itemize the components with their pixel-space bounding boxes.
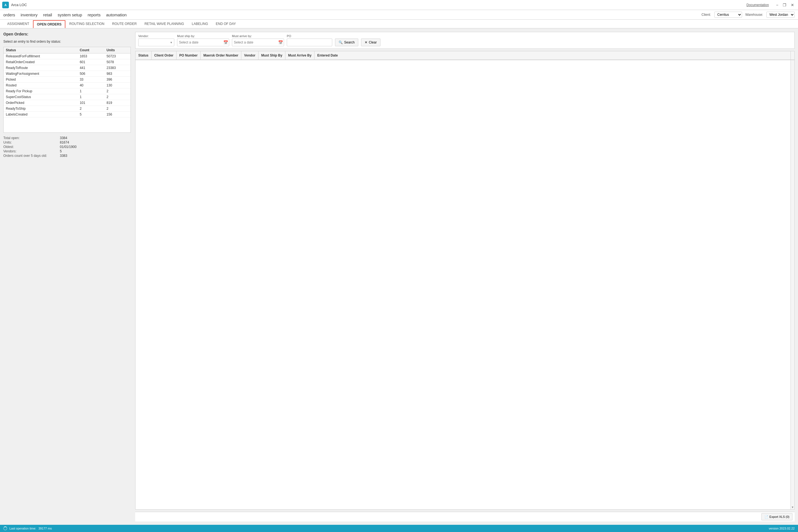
- results-th-po-number[interactable]: PO Number: [176, 51, 201, 60]
- must-arrive-by-filter-group: Must arrive by: 📅: [232, 34, 284, 46]
- client-select[interactable]: Cerritus: [714, 12, 742, 18]
- must-arrive-by-label: Must arrive by:: [232, 34, 284, 38]
- operation-value: 39177 ms: [39, 527, 52, 530]
- results-body[interactable]: [135, 60, 791, 509]
- units-label: Units:: [3, 140, 59, 144]
- results-table-header-row: Status Client Order PO Number Maersk Ord…: [135, 51, 794, 60]
- operation-label: Last operation time:: [10, 527, 36, 530]
- results-th-vendor[interactable]: Vendor: [241, 51, 259, 60]
- results-table-header: Status Client Order PO Number Maersk Ord…: [135, 51, 791, 60]
- subnav-end-of-day[interactable]: END OF DAY: [212, 20, 240, 28]
- subnav-route-order[interactable]: ROUTE ORDER: [108, 20, 141, 28]
- must-ship-by-input[interactable]: [177, 39, 229, 46]
- search-button[interactable]: 🔍 Search: [335, 39, 358, 46]
- vendor-filter-group: Vendor: ▼: [138, 34, 174, 46]
- results-th-entered-date[interactable]: Entered Date: [315, 51, 791, 60]
- main-content: Open Orders: Select an entry to find ord…: [0, 28, 798, 525]
- sub-nav: ASSIGNMENT OPEN ORDERS ROUTING SELECTION…: [0, 20, 798, 28]
- oldest-label: Oldest:: [3, 145, 59, 149]
- bottom-bar-left: Last operation time: 39177 ms: [3, 527, 52, 530]
- col-units: Units: [104, 47, 131, 54]
- export-icon: 📄: [764, 515, 768, 519]
- client-label: Client:: [702, 13, 711, 17]
- subnav-assignment[interactable]: ASSIGNMENT: [3, 20, 33, 28]
- results-th-status[interactable]: Status: [135, 51, 152, 60]
- table-row[interactable]: SuperCoolStatus12: [4, 94, 131, 100]
- left-panel: Open Orders: Select an entry to find ord…: [3, 32, 131, 521]
- table-row[interactable]: LabelsCreated5156: [4, 112, 131, 117]
- menu-item-inventory[interactable]: inventory: [21, 13, 38, 17]
- warehouse-select[interactable]: West Jordan: [766, 12, 795, 18]
- po-label: PO: [287, 34, 332, 38]
- open-orders-title: Open Orders:: [3, 32, 131, 36]
- subnav-routing-selection[interactable]: ROUTING SELECTION: [65, 20, 108, 28]
- maximize-button[interactable]: ❐: [781, 2, 788, 8]
- bottom-bar: Last operation time: 39177 ms version 20…: [0, 525, 798, 532]
- orders-over-5-label: Orders count over 5 days old:: [3, 154, 59, 158]
- scroll-down-arrow[interactable]: ▼: [791, 506, 794, 509]
- subnav-open-orders[interactable]: OPEN ORDERS: [33, 20, 65, 28]
- units-value: 81674: [60, 140, 69, 144]
- documentation-link[interactable]: Documentation: [746, 3, 769, 7]
- must-ship-by-label: Must ship by:: [177, 34, 229, 38]
- filter-row: Vendor: ▼ Must ship by: 📅 Must arrive by…: [135, 32, 795, 49]
- menu-item-system-setup[interactable]: system setup: [58, 13, 82, 17]
- must-ship-by-filter-group: Must ship by: 📅: [177, 34, 229, 46]
- menu-bar: orders inventory retail system setup rep…: [0, 10, 798, 20]
- subnav-retail-wave-planning[interactable]: RETAIL WAVE PLANNING: [140, 20, 188, 28]
- vendors-label: Vendors:: [3, 149, 59, 153]
- export-xls-button[interactable]: 📄 Export XLS (0): [761, 513, 793, 520]
- loading-spinner: [3, 527, 7, 530]
- table-row[interactable]: Ready For Pickup12: [4, 89, 131, 94]
- clear-button[interactable]: ✕ Clear: [361, 39, 380, 46]
- results-area: Status Client Order PO Number Maersk Ord…: [135, 51, 795, 510]
- status-table: Status Count Units ReleasedForFulfillmen…: [4, 47, 131, 117]
- scroll-spacer: [791, 51, 794, 60]
- menu-item-automation[interactable]: automation: [106, 13, 127, 17]
- table-scroll[interactable]: Status Count Units ReleasedForFulfillmen…: [4, 47, 131, 117]
- right-scrollbar[interactable]: ▼: [791, 60, 794, 509]
- menu-item-orders[interactable]: orders: [3, 13, 15, 17]
- table-row[interactable]: WaitingForAssignment506983: [4, 71, 131, 77]
- export-bar: 📄 Export XLS (0): [135, 512, 795, 521]
- summary-section: Total open: 3384 Units: 81674 Oldest: 01…: [3, 136, 131, 158]
- col-status: Status: [4, 47, 78, 54]
- vendor-filter-label: Vendor:: [138, 34, 174, 38]
- po-filter-group: PO: [287, 34, 332, 46]
- app-icon: A: [2, 2, 9, 8]
- vendor-select[interactable]: [138, 39, 174, 46]
- right-panel: Vendor: ▼ Must ship by: 📅 Must arrive by…: [135, 32, 795, 521]
- menu-item-retail[interactable]: retail: [43, 13, 52, 17]
- window-controls: − ❐ ✕: [775, 2, 796, 8]
- table-row[interactable]: RetailOrderCreated6015078: [4, 59, 131, 65]
- title-bar: A Arca LOC Documentation − ❐ ✕: [0, 0, 798, 10]
- table-row[interactable]: ReleasedForFulfillment165350723: [4, 54, 131, 59]
- results-th-client-order[interactable]: Client Order: [152, 51, 176, 60]
- warehouse-label: Warehouse:: [745, 13, 763, 17]
- vendors-value: 5: [60, 149, 62, 153]
- table-row[interactable]: OrderPicked101819: [4, 100, 131, 106]
- select-entry-label: Select an entry to find orders by status…: [3, 40, 131, 43]
- menu-item-reports[interactable]: reports: [88, 13, 100, 17]
- subnav-labeling[interactable]: LABELING: [188, 20, 212, 28]
- minimize-button[interactable]: −: [775, 2, 780, 8]
- orders-over-5-value: 3383: [60, 154, 67, 158]
- close-button[interactable]: ✕: [789, 2, 796, 8]
- version-label: version 2023.02.22: [768, 527, 795, 530]
- results-th-must-ship-by[interactable]: Must Ship By: [259, 51, 285, 60]
- results-th-maersk-order-number[interactable]: Maersk Order Number: [201, 51, 241, 60]
- total-open-value: 3384: [60, 136, 67, 140]
- results-body-wrapper: ▼: [135, 60, 794, 509]
- table-row[interactable]: Routed40130: [4, 82, 131, 89]
- table-row[interactable]: ReadyToRoute44123383: [4, 65, 131, 71]
- must-arrive-by-input[interactable]: [232, 39, 284, 46]
- col-count: Count: [78, 47, 104, 54]
- app-title: Arca LOC: [11, 3, 27, 7]
- results-th-must-arrive-by[interactable]: Must Arrive By: [285, 51, 315, 60]
- table-row[interactable]: ReadyToShip22: [4, 106, 131, 112]
- table-row[interactable]: Picked33396: [4, 77, 131, 82]
- clear-icon: ✕: [365, 40, 367, 44]
- oldest-value: 01/01/1900: [60, 145, 76, 149]
- search-icon: 🔍: [339, 40, 343, 44]
- po-input[interactable]: [287, 39, 332, 46]
